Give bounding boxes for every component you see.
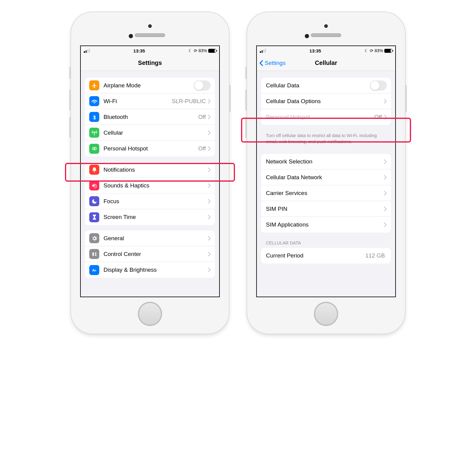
row-sim-applications[interactable]: SIM Applications bbox=[261, 217, 391, 233]
phone-right: 13:35 ☾ ⟳ 83% Settings Cellular Cellular… bbox=[247, 12, 405, 334]
row-label: Focus bbox=[104, 198, 208, 205]
power-button bbox=[229, 85, 231, 112]
row-label: Cellular Data bbox=[266, 82, 370, 89]
row-sim-pin[interactable]: SIM PIN bbox=[261, 201, 391, 217]
mute-switch bbox=[245, 67, 247, 79]
svg-point-4 bbox=[95, 254, 96, 256]
bluetooth-icon bbox=[89, 112, 99, 122]
battery-percent: 83% bbox=[375, 48, 383, 53]
row-label: Network Selection bbox=[266, 158, 384, 165]
cellular-group-2: Network Selection Cellular Data Network … bbox=[261, 154, 391, 233]
row-cellular-data-options[interactable]: Cellular Data Options bbox=[261, 93, 391, 109]
status-time: 13:35 bbox=[133, 48, 145, 53]
nav-bar: Settings Cellular bbox=[257, 55, 395, 71]
row-sounds-haptics[interactable]: Sounds & Haptics bbox=[85, 178, 215, 193]
settings-content[interactable]: Airplane Mode Wi-Fi SLR-PUBLIC Bluetooth… bbox=[81, 71, 219, 297]
row-bluetooth[interactable]: Bluetooth Off bbox=[85, 109, 215, 125]
row-personal-hotspot[interactable]: Personal Hotspot Off bbox=[85, 141, 215, 156]
status-time: 13:35 bbox=[309, 48, 321, 53]
row-label: Carrier Services bbox=[266, 190, 384, 197]
chevron-icon bbox=[384, 115, 387, 119]
battery-icon bbox=[384, 49, 392, 53]
row-label: General bbox=[104, 235, 208, 242]
footer-text: Turn off cellular data to restrict all d… bbox=[257, 130, 395, 145]
connectivity-group: Airplane Mode Wi-Fi SLR-PUBLIC Bluetooth… bbox=[85, 78, 215, 156]
chevron-icon bbox=[208, 252, 211, 257]
volume-down-button bbox=[69, 117, 71, 138]
row-display-brightness[interactable]: AA Display & Brightness bbox=[85, 262, 215, 278]
hotspot-icon bbox=[89, 144, 99, 154]
chevron-icon bbox=[208, 236, 211, 241]
row-label: Personal Hotspot bbox=[266, 114, 374, 120]
chevron-icon bbox=[384, 159, 387, 164]
chevron-icon bbox=[208, 167, 211, 172]
row-value: Off bbox=[198, 145, 206, 152]
row-airplane-mode[interactable]: Airplane Mode bbox=[85, 78, 215, 93]
volume-up-button bbox=[245, 89, 247, 111]
row-value: Off bbox=[198, 114, 206, 120]
wifi-icon bbox=[89, 96, 99, 106]
row-wifi[interactable]: Wi-Fi SLR-PUBLIC bbox=[85, 93, 215, 109]
chevron-icon bbox=[384, 191, 387, 196]
row-focus[interactable]: Focus bbox=[85, 193, 215, 209]
row-label: Display & Brightness bbox=[104, 267, 208, 273]
hourglass-icon bbox=[89, 212, 99, 222]
airplane-icon bbox=[89, 80, 99, 90]
screen-cellular: 13:35 ☾ ⟳ 83% Settings Cellular Cellular… bbox=[256, 45, 396, 297]
do-not-disturb-icon: ☾ bbox=[365, 48, 369, 53]
camera-dot bbox=[148, 24, 152, 28]
cellular-content[interactable]: Cellular Data Cellular Data Options Pers… bbox=[257, 71, 395, 297]
cellular-data-toggle[interactable] bbox=[370, 80, 387, 91]
svg-rect-2 bbox=[92, 252, 94, 256]
chevron-icon bbox=[384, 99, 387, 104]
row-cellular-data[interactable]: Cellular Data bbox=[261, 78, 391, 93]
signal-icon bbox=[260, 49, 266, 53]
mute-switch bbox=[69, 67, 71, 79]
rotation-lock-icon: ⟳ bbox=[370, 48, 373, 53]
row-carrier-services[interactable]: Carrier Services bbox=[261, 185, 391, 201]
back-button[interactable]: Settings bbox=[259, 55, 286, 71]
airplane-toggle[interactable] bbox=[194, 80, 211, 91]
svg-text:A: A bbox=[94, 269, 96, 272]
status-bar: 13:35 ☾ ⟳ 83% bbox=[257, 46, 395, 55]
row-cellular-data-network[interactable]: Cellular Data Network bbox=[261, 170, 391, 185]
home-button[interactable] bbox=[314, 302, 338, 326]
row-label: Current Period bbox=[266, 252, 365, 259]
volume-up-button bbox=[69, 89, 71, 111]
row-general[interactable]: General bbox=[85, 230, 215, 246]
general-group: General Control Center AA Display & Brig… bbox=[85, 230, 215, 278]
cellular-data-usage-group: Current Period 112 GB bbox=[261, 248, 391, 264]
row-current-period[interactable]: Current Period 112 GB bbox=[261, 248, 391, 264]
row-control-center[interactable]: Control Center bbox=[85, 246, 215, 262]
row-network-selection[interactable]: Network Selection bbox=[261, 154, 391, 170]
row-label: Cellular bbox=[104, 129, 208, 136]
chevron-icon bbox=[208, 199, 211, 204]
moon-icon bbox=[89, 196, 99, 206]
front-camera bbox=[305, 34, 309, 38]
screen-settings: 13:35 ☾ ⟳ 83% Settings Airplane Mode bbox=[80, 45, 220, 297]
row-label: Notifications bbox=[104, 166, 208, 173]
alerts-group: Notifications Sounds & Haptics Focus Scr… bbox=[85, 162, 215, 225]
home-button[interactable] bbox=[138, 302, 162, 326]
row-value: SLR-PUBLIC bbox=[172, 98, 206, 105]
row-screen-time[interactable]: Screen Time bbox=[85, 209, 215, 225]
chevron-icon bbox=[208, 115, 211, 119]
nav-bar: Settings bbox=[81, 55, 219, 71]
do-not-disturb-icon: ☾ bbox=[189, 48, 192, 53]
gear-icon bbox=[89, 233, 99, 243]
speaker-icon bbox=[89, 180, 99, 190]
row-cellular[interactable]: Cellular bbox=[85, 125, 215, 141]
chevron-icon bbox=[208, 183, 211, 188]
cellular-group-1: Cellular Data Cellular Data Options Pers… bbox=[261, 78, 391, 125]
svg-point-3 bbox=[95, 252, 96, 254]
row-value: 112 GB bbox=[365, 252, 385, 259]
camera-dot bbox=[324, 24, 328, 28]
antenna-icon bbox=[89, 128, 99, 138]
row-label: SIM PIN bbox=[266, 206, 384, 212]
row-notifications[interactable]: Notifications bbox=[85, 162, 215, 178]
nav-title: Settings bbox=[138, 59, 162, 66]
status-bar: 13:35 ☾ ⟳ 83% bbox=[81, 46, 219, 55]
power-button bbox=[405, 85, 407, 112]
row-label: Cellular Data Options bbox=[266, 98, 384, 105]
chevron-icon bbox=[208, 267, 211, 272]
